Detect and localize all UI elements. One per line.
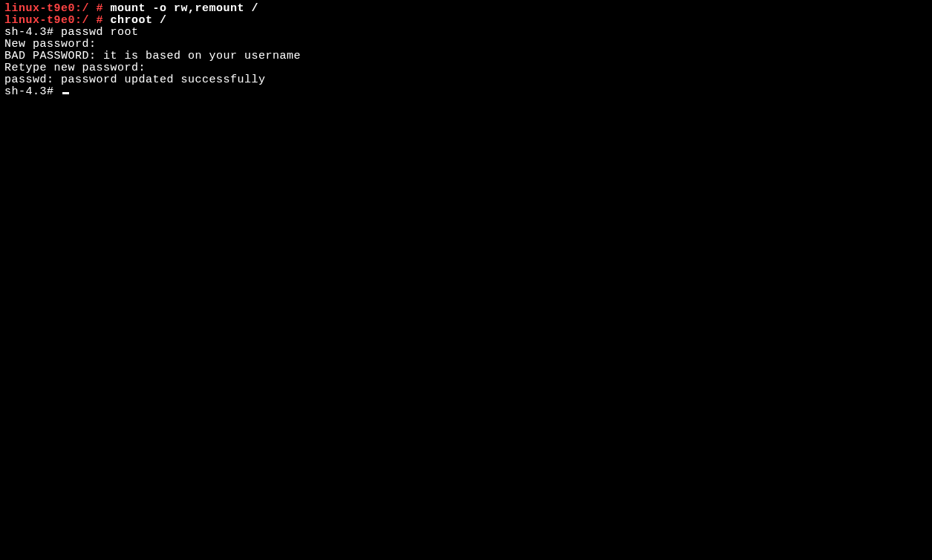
terminal-line: BAD PASSWORD: it is based on your userna… bbox=[4, 51, 928, 62]
cursor-icon bbox=[62, 92, 69, 94]
terminal-line: New password: bbox=[4, 39, 928, 51]
terminal-line: sh-4.3# passwd root bbox=[4, 27, 928, 39]
terminal-line: sh-4.3# bbox=[4, 86, 928, 98]
terminal-text: sh-4.3# passwd root bbox=[4, 26, 139, 39]
terminal-text: sh-4.3# bbox=[4, 85, 61, 98]
terminal-text: passwd: password updated successfully bbox=[4, 74, 266, 86]
terminal-text: chroot / bbox=[103, 14, 167, 27]
terminal-text: Retype new password: bbox=[4, 62, 146, 74]
shell-prompt: linux-t9e0:/ # bbox=[4, 2, 103, 15]
terminal-line: linux-t9e0:/ # mount -o rw,remount / bbox=[4, 3, 928, 15]
shell-prompt: linux-t9e0:/ # bbox=[4, 14, 103, 27]
terminal-text: mount -o rw,remount / bbox=[103, 2, 258, 15]
terminal-output[interactable]: linux-t9e0:/ # mount -o rw,remount /linu… bbox=[4, 3, 928, 98]
terminal-line: passwd: password updated successfully bbox=[4, 74, 928, 86]
terminal-text: BAD PASSWORD: it is based on your userna… bbox=[4, 50, 301, 62]
terminal-line: linux-t9e0:/ # chroot / bbox=[4, 15, 928, 27]
terminal-text: New password: bbox=[4, 38, 97, 51]
terminal-line: Retype new password: bbox=[4, 62, 928, 74]
